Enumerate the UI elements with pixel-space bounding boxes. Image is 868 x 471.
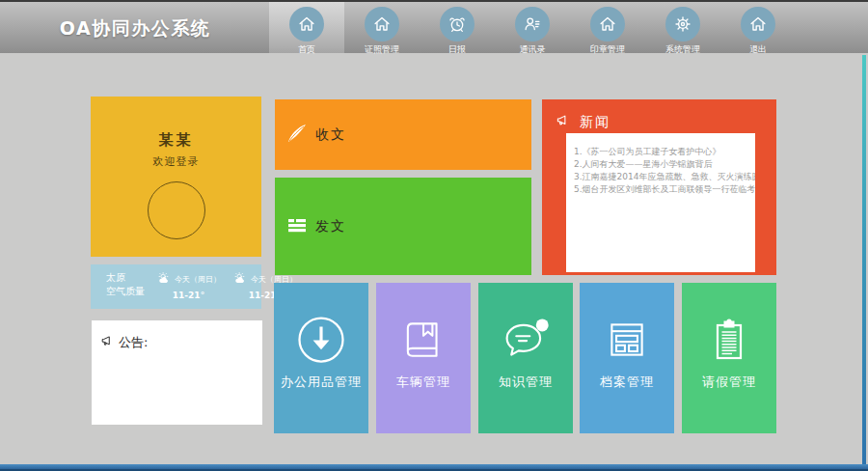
megaphone-icon [555,112,580,132]
contacts-icon [515,7,550,42]
list-icon [285,213,309,240]
air-quality-label: 空气质量 [106,285,145,298]
home-icon [590,7,625,42]
weather-city: 太原 [106,271,145,285]
sun-cloud-icon [232,271,251,288]
chat-bubble-icon [478,314,573,366]
book-icon [376,314,471,366]
news-item[interactable]: 1.《苏一公司为员工建子女看护中心》 [574,146,755,158]
nav-label: 退出 [749,43,767,56]
receive-doc-card[interactable]: 收文 [275,99,531,170]
weather-card: 太原 空气质量 今天（周日） 11-21° [91,264,261,309]
weather-location: 太原 空气质量 [106,271,145,309]
module-label: 办公用品管理 [274,374,368,391]
user-name: 某某 [91,131,261,150]
news-item[interactable]: 3.江南嘉捷2014年应急疏散、急救、灭火演练圆满落幕 [574,171,755,183]
nav-item-daily-report[interactable]: 日报 [420,2,495,53]
news-card: 新闻 1.《苏一公司为员工建子女看护中心》 2.人间有大爱——星海小学锦旗背后 … [542,99,776,275]
nav-item-seal[interactable]: 印章管理 [570,2,645,53]
clipboard-icon [682,314,776,366]
module-knowledge[interactable]: 知识管理 [478,283,573,433]
avatar[interactable] [148,181,205,239]
notice-card: 公告: [92,320,262,425]
nav-label: 首页 [298,43,315,56]
megaphone-icon [99,333,119,352]
nav-item-system[interactable]: 系统管理 [645,2,720,53]
module-label: 知识管理 [478,374,573,391]
module-label: 请假管理 [682,374,776,391]
nav-item-home[interactable]: 首页 [269,2,344,53]
news-panel: 1.《苏一公司为员工建子女看护中心》 2.人间有大爱——星海小学锦旗背后 3.江… [566,133,755,272]
module-label: 档案管理 [580,374,674,391]
nav-item-logout[interactable]: 退出 [720,2,796,53]
forecast-day-label: 今天（周日） [175,274,221,285]
main-nav: 首页 证照管理 日报 [269,2,796,53]
module-office-supplies[interactable]: 办公用品管理 [274,283,368,433]
nav-label: 日报 [448,43,466,56]
header-bar: OA协同办公系统 首页 证照管理 [0,0,868,53]
nav-label: 通讯录 [520,43,546,56]
nav-item-licenses[interactable]: 证照管理 [344,2,420,53]
news-title: 新闻 [580,114,610,131]
nav-label: 证照管理 [365,43,399,56]
archive-window-icon [580,314,674,366]
home-icon [365,7,399,42]
home-icon [741,7,775,42]
news-item[interactable]: 5.烟台开发区刘维部长及工商联领导一行莅临考察指导 [574,183,755,196]
module-archive[interactable]: 档案管理 [580,283,674,433]
nav-label: 印章管理 [590,43,625,56]
module-leave[interactable]: 请假管理 [682,283,776,433]
nav-label: 系统管理 [665,43,700,56]
news-list: 1.《苏一公司为员工建子女看护中心》 2.人间有大爱——星海小学锦旗背后 3.江… [574,146,755,196]
news-item[interactable]: 2.人间有大爱——星海小学锦旗背后 [574,158,755,171]
welcome-text: 欢迎登录 [91,154,261,169]
receive-doc-title: 收文 [315,126,346,144]
download-circle-icon [274,314,368,366]
forecast-temp: 11-21° [156,291,221,300]
quill-icon [285,122,309,149]
right-scroll-strip[interactable] [862,55,866,464]
forecast-today-1: 今天（周日） 11-21° [156,271,221,309]
app-title: OA协同办公系统 [0,16,270,42]
gear-icon [665,7,700,42]
oa-dashboard: OA协同办公系统 首页 证照管理 [0,0,868,471]
send-doc-card[interactable]: 发文 [275,178,531,275]
send-doc-title: 发文 [315,218,346,236]
module-vehicle[interactable]: 车辆管理 [376,283,471,433]
nav-item-contacts[interactable]: 通讯录 [495,2,570,53]
module-label: 车辆管理 [376,374,471,391]
home-icon [289,7,324,42]
bottom-bar [0,464,868,471]
alarm-clock-icon [440,7,475,42]
user-card: 某某 欢迎登录 [91,97,261,257]
notice-title: 公告: [119,334,148,351]
sun-cloud-icon [156,271,175,288]
